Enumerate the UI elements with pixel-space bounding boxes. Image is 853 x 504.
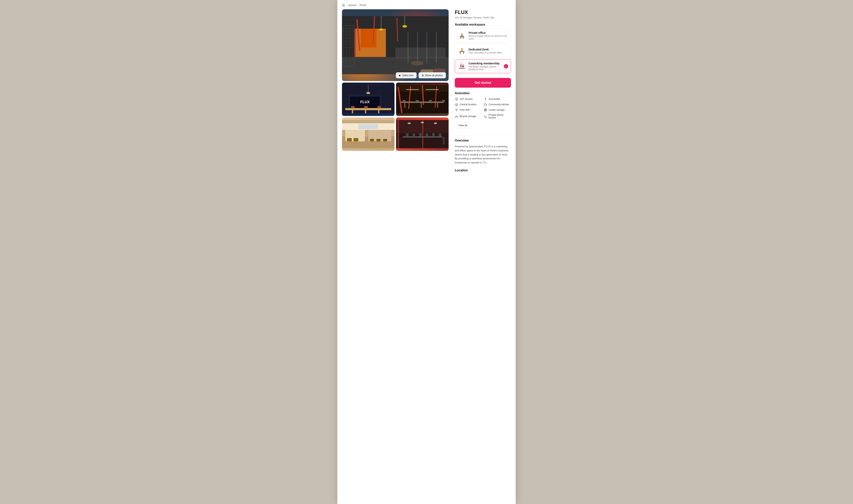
space-name: FLUX xyxy=(455,9,511,15)
svg-rect-39 xyxy=(365,110,366,113)
phone-booth-icon xyxy=(484,114,487,118)
coworking-icon xyxy=(458,62,466,71)
amenity-central-label: Central location xyxy=(460,103,476,106)
private-office-name: Private office xyxy=(469,31,508,34)
svg-rect-106 xyxy=(462,66,464,67)
amenity-locker-label: Locker storage xyxy=(489,109,505,111)
photo-thumb-2[interactable] xyxy=(396,83,449,116)
view-all-amenities-button[interactable]: View all xyxy=(455,122,471,128)
workspace-card-dedicated-desk[interactable]: Dedicated Desk Your own desk in a shared… xyxy=(455,44,511,58)
svg-rect-20 xyxy=(408,32,408,63)
svg-rect-43 xyxy=(377,106,381,109)
amenity-access: 24/7 access xyxy=(455,97,482,101)
svg-point-85 xyxy=(407,123,411,124)
svg-rect-55 xyxy=(437,103,438,108)
svg-rect-95 xyxy=(462,35,464,36)
photo-thumb-3[interactable] xyxy=(342,118,395,151)
svg-rect-54 xyxy=(421,103,422,108)
access-icon xyxy=(455,97,458,101)
private-office-info: Private office Move-in ready offices for… xyxy=(469,31,508,40)
amenity-phone: Private phone booths xyxy=(484,113,511,119)
svg-rect-40 xyxy=(378,110,379,113)
svg-rect-76 xyxy=(398,120,399,148)
svg-rect-78 xyxy=(403,137,442,138)
svg-rect-21 xyxy=(417,32,418,63)
amenity-accessible-label: Accessible xyxy=(489,98,500,101)
svg-rect-77 xyxy=(422,120,423,148)
amenities-title: Amenities xyxy=(455,91,511,95)
svg-text:FLUX: FLUX xyxy=(360,100,370,104)
right-panel: FLUX 191 St Georges Terrace, Perth, WA A… xyxy=(455,9,511,172)
dedicated-desk-desc: Your own desk in a shared office xyxy=(469,51,508,54)
svg-rect-67 xyxy=(353,138,358,141)
svg-rect-69 xyxy=(377,139,381,142)
svg-rect-83 xyxy=(432,133,435,137)
kitchen-icon xyxy=(484,103,487,106)
wifi-icon xyxy=(455,108,458,112)
get-started-button[interactable]: Get started xyxy=(455,78,511,88)
show-all-photos-button[interactable]: ⊞ Show all photos xyxy=(419,72,446,78)
svg-point-86 xyxy=(421,122,424,123)
overview-text: Powered by Spacecubed, FLUX is a coworki… xyxy=(455,145,511,165)
svg-rect-22 xyxy=(427,32,427,63)
workspace-card-private-office[interactable]: Private office Move-in ready offices for… xyxy=(455,29,511,43)
svg-rect-100 xyxy=(463,52,464,54)
svg-point-103 xyxy=(460,64,462,65)
svg-point-45 xyxy=(366,92,370,94)
amenity-wifi: Free WiFi xyxy=(455,108,482,112)
accessible-icon xyxy=(484,97,487,101)
svg-point-109 xyxy=(456,99,457,100)
home-icon[interactable] xyxy=(342,3,345,6)
svg-point-105 xyxy=(462,64,464,65)
amenity-phone-label: Private phone booths xyxy=(489,113,511,119)
video-tour-button[interactable]: ▶ Video tour xyxy=(396,72,417,78)
locker-icon xyxy=(484,108,487,112)
overview-divider xyxy=(455,136,511,136)
svg-point-29 xyxy=(402,25,407,28)
breadcrumb: › Spaces › FLUX xyxy=(337,0,516,9)
svg-point-31 xyxy=(379,29,383,31)
svg-point-88 xyxy=(442,137,445,140)
amenity-kitchen-label: Community kitchen xyxy=(489,103,509,106)
dedicated-desk-info: Dedicated Desk Your own desk in a shared… xyxy=(469,48,508,54)
amenity-bicycle-label: Bicycle storage xyxy=(460,115,476,118)
coworking-info: Coworking membership Hot desks, lounges,… xyxy=(469,62,502,71)
svg-rect-53 xyxy=(404,103,405,108)
workspace-card-coworking[interactable]: Coworking membership Hot desks, lounges,… xyxy=(455,59,511,73)
svg-rect-59 xyxy=(442,100,445,102)
svg-point-87 xyxy=(434,123,437,124)
svg-rect-79 xyxy=(406,133,409,137)
svg-rect-56 xyxy=(403,100,405,102)
photo-thumb-1[interactable]: FLUX xyxy=(342,83,395,116)
svg-point-24 xyxy=(411,61,423,66)
svg-rect-117 xyxy=(485,109,486,111)
photo-thumb-4[interactable] xyxy=(396,118,449,151)
amenities-grid: 24/7 access Accessible xyxy=(455,97,511,119)
svg-rect-41 xyxy=(351,106,355,109)
amenity-locker: Locker storage xyxy=(484,108,511,112)
amenity-kitchen: Community kitchen xyxy=(484,103,511,106)
svg-point-90 xyxy=(461,33,463,35)
svg-rect-104 xyxy=(460,65,462,67)
svg-rect-72 xyxy=(359,124,378,129)
svg-rect-118 xyxy=(486,109,486,111)
photo-overlay: ▶ Video tour ⊞ Show all photos xyxy=(342,70,449,81)
svg-rect-4 xyxy=(355,29,356,57)
svg-rect-82 xyxy=(425,133,428,137)
breadcrumb-spaces[interactable]: Spaces xyxy=(348,4,357,6)
breadcrumb-current: FLUX xyxy=(360,4,366,6)
coworking-desc: Hot desks, lounges, phone booths & more xyxy=(469,65,502,71)
svg-rect-89 xyxy=(443,139,445,144)
breadcrumb-sep-2: › xyxy=(358,4,359,6)
photo-row-1: FLUX xyxy=(342,83,449,116)
svg-rect-58 xyxy=(429,100,432,102)
dedicated-desk-name: Dedicated Desk xyxy=(469,48,508,51)
amenity-bicycle: Bicycle storage xyxy=(455,113,482,119)
workspace-section-title: Available workspace xyxy=(455,23,511,26)
breadcrumb-sep-1: › xyxy=(346,4,347,6)
photo-gallery: ▶ Video tour ⊞ Show all photos xyxy=(342,9,449,172)
svg-rect-94 xyxy=(463,37,464,39)
main-photo: ▶ Video tour ⊞ Show all photos xyxy=(342,9,449,81)
coworking-name: Coworking membership xyxy=(469,62,502,65)
amenity-accessible: Accessible xyxy=(484,97,511,101)
